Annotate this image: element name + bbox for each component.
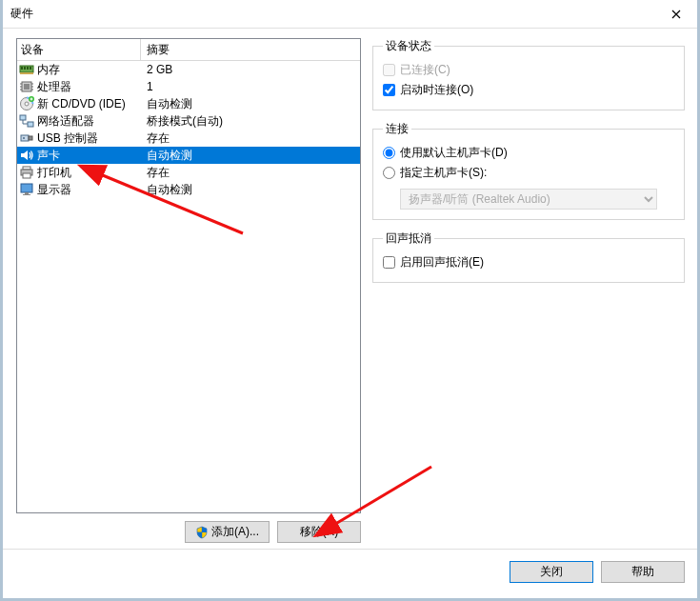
table-row[interactable]: 打印机存在: [17, 164, 360, 181]
svg-rect-18: [28, 122, 33, 127]
add-button[interactable]: 添加(A)...: [185, 521, 270, 543]
connected-label: 已连接(C): [400, 62, 450, 78]
close-button[interactable]: 关闭: [510, 561, 593, 583]
device-summary: 自动检测: [141, 182, 360, 198]
device-summary: 自动检测: [141, 148, 360, 164]
svg-rect-20: [29, 136, 32, 140]
default-soundcard-label[interactable]: 使用默认主机声卡(D): [400, 145, 508, 161]
device-status-legend: 设备状态: [383, 38, 434, 54]
svg-rect-24: [23, 173, 30, 178]
device-name: 内存: [37, 62, 60, 78]
svg-rect-2: [24, 67, 26, 70]
close-icon[interactable]: [654, 0, 697, 29]
table-row[interactable]: 显示器自动检测: [17, 181, 360, 198]
table-row[interactable]: 新 CD/DVD (IDE)自动检测: [17, 95, 360, 112]
autoconnect-row: 启动时连接(O): [383, 80, 674, 100]
connection-group: 连接 使用默认主机声卡(D) 指定主机声卡(S): 扬声器/听筒 (Realte…: [372, 121, 685, 220]
device-summary: 1: [141, 80, 360, 93]
device-summary: 桥接模式(自动): [141, 113, 360, 130]
device-status-group: 设备状态 已连接(C) 启动时连接(O): [372, 38, 685, 110]
specify-soundcard-radio[interactable]: [383, 167, 395, 179]
device-buttons: 添加(A)... 移除(R): [16, 513, 361, 543]
specify-soundcard-row: 指定主机声卡(S):: [383, 163, 674, 183]
default-soundcard-radio[interactable]: [383, 147, 395, 159]
device-summary: 2 GB: [141, 63, 360, 76]
device-name: 网络适配器: [37, 113, 94, 130]
svg-rect-1: [21, 67, 23, 70]
header-device[interactable]: 设备: [17, 39, 141, 60]
svg-rect-5: [20, 72, 33, 74]
device-summary: 自动检测: [141, 96, 360, 112]
echo-cancel-legend: 回声抵消: [383, 230, 434, 247]
svg-rect-17: [20, 115, 26, 120]
device-name: 处理器: [37, 79, 71, 95]
svg-rect-3: [27, 67, 29, 70]
shield-icon: [195, 526, 209, 539]
table-row[interactable]: 处理器1: [17, 78, 360, 95]
svg-rect-7: [24, 84, 30, 90]
soundcard-select: 扬声器/听筒 (Realtek Audio): [400, 189, 657, 210]
hardware-pane: 设备 摘要 内存2 GB处理器1新 CD/DVD (IDE)自动检测网络适配器桥…: [16, 38, 361, 543]
printer-icon: [19, 165, 34, 180]
memory-icon: [19, 62, 34, 77]
echo-enable-checkbox[interactable]: [383, 256, 395, 269]
usb-icon: [19, 130, 34, 146]
settings-pane: 设备状态 已连接(C) 启动时连接(O) 连接 使用默认主机声卡(D) 指定主机…: [361, 38, 685, 543]
window-title: 硬件: [10, 6, 33, 22]
device-name: USB 控制器: [37, 130, 98, 147]
svg-rect-25: [21, 184, 32, 192]
table-row[interactable]: 网络适配器桥接模式(自动): [17, 112, 360, 130]
autoconnect-checkbox[interactable]: [383, 84, 395, 96]
svg-rect-26: [25, 192, 29, 194]
device-name: 打印机: [37, 165, 71, 181]
content-area: 设备 摘要 内存2 GB处理器1新 CD/DVD (IDE)自动检测网络适配器桥…: [3, 29, 697, 549]
svg-point-21: [23, 137, 25, 139]
connected-row: 已连接(C): [383, 60, 674, 80]
network-icon: [19, 113, 34, 129]
titlebar: 硬件: [3, 0, 697, 29]
table-row[interactable]: 声卡自动检测: [17, 147, 360, 164]
table-row[interactable]: 内存2 GB: [17, 61, 360, 78]
svg-rect-4: [30, 67, 31, 70]
svg-rect-27: [23, 194, 30, 195]
autoconnect-label[interactable]: 启动时连接(O): [400, 82, 473, 98]
device-list-header: 设备 摘要: [17, 39, 360, 61]
header-summary[interactable]: 摘要: [141, 39, 360, 60]
echo-cancel-group: 回声抵消 启用回声抵消(E): [372, 230, 685, 283]
device-name: 新 CD/DVD (IDE): [37, 96, 126, 112]
svg-point-15: [25, 102, 29, 106]
device-list[interactable]: 设备 摘要 内存2 GB处理器1新 CD/DVD (IDE)自动检测网络适配器桥…: [16, 38, 361, 513]
echo-enable-row: 启用回声抵消(E): [383, 252, 674, 272]
connection-legend: 连接: [383, 121, 411, 137]
table-row[interactable]: USB 控制器存在: [17, 130, 360, 147]
device-summary: 存在: [141, 130, 360, 147]
remove-button[interactable]: 移除(R): [277, 521, 361, 543]
sound-icon: [19, 148, 34, 163]
device-summary: 存在: [141, 165, 360, 181]
device-name: 声卡: [37, 148, 60, 164]
dialog-buttons: 关闭 帮助: [3, 549, 697, 598]
specify-soundcard-label[interactable]: 指定主机声卡(S):: [400, 165, 487, 181]
cpu-icon: [19, 79, 34, 94]
help-button[interactable]: 帮助: [601, 561, 685, 583]
cd-icon: [19, 96, 34, 111]
connected-checkbox: [383, 64, 395, 76]
display-icon: [19, 182, 34, 197]
device-name: 显示器: [37, 182, 71, 198]
default-soundcard-row: 使用默认主机声卡(D): [383, 143, 674, 163]
echo-enable-label[interactable]: 启用回声抵消(E): [400, 254, 484, 270]
